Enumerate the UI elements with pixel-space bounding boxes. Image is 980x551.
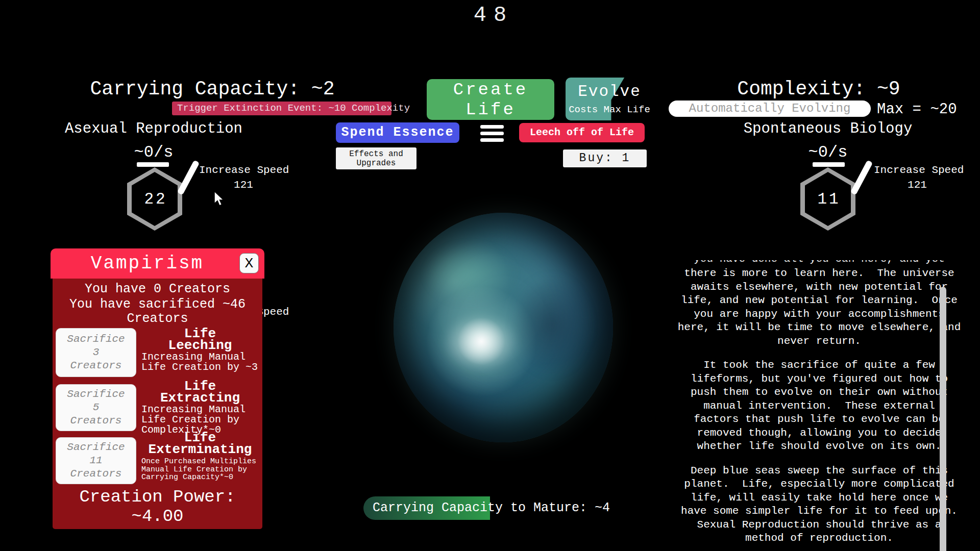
spontaneous-progress-bar bbox=[813, 162, 845, 167]
maturity-progress-bar: Carrying Capacity to Mature: ~4 bbox=[363, 496, 623, 520]
asexual-progress-bar bbox=[137, 162, 169, 167]
close-icon[interactable]: X bbox=[239, 253, 259, 273]
spend-essence-button[interactable]: Spend Essence bbox=[336, 122, 459, 143]
hamburger-bar bbox=[480, 138, 504, 142]
hamburger-bar bbox=[480, 132, 504, 135]
evolve-button[interactable]: Evolve Costs Max Life bbox=[566, 78, 653, 120]
planet-lore-text: you have done all you can here, and yet … bbox=[675, 260, 964, 551]
spontaneous-hex-value: 11 bbox=[800, 167, 855, 231]
carrying-capacity-label: Carrying Capacity: ~2 bbox=[90, 78, 335, 100]
increase-speed-right[interactable]: Increase Speed bbox=[874, 164, 964, 176]
sacrifice-3-button[interactable]: Sacrifice 3 Creators bbox=[56, 328, 136, 377]
planet-dark-swirl bbox=[511, 274, 593, 376]
complexity-label: Complexity: ~9 bbox=[737, 78, 900, 100]
sacrifice-5-button[interactable]: Sacrifice 5 Creators bbox=[56, 384, 136, 431]
life-exterminating-name: Life Exterminating bbox=[141, 432, 259, 456]
spontaneous-biology-title: Spontaneous Biology bbox=[744, 120, 913, 137]
effects-upgrades-button[interactable]: Effects and Upgrades bbox=[336, 147, 416, 169]
life-leeching-name: Life Leeching bbox=[141, 328, 259, 352]
creators-count-label: You have 0 Creators bbox=[51, 282, 264, 296]
increase-speed-right-cost: 121 bbox=[908, 179, 927, 191]
vampirism-title: Vampirism bbox=[51, 248, 244, 279]
complexity-max-label: Max = ~20 bbox=[877, 101, 957, 118]
evolve-label: Evolve bbox=[566, 83, 653, 101]
auto-evolving-toggle[interactable]: Automatically Evolving bbox=[669, 101, 871, 117]
evolve-cost-label: Costs Max Life bbox=[566, 104, 653, 115]
lore-paragraph: Deep blue seas sweep the surface of this… bbox=[675, 464, 964, 545]
essence-counter: 48 bbox=[0, 3, 980, 28]
mouse-cursor-icon bbox=[213, 191, 225, 210]
leech-off-life-button[interactable]: Leech off of Life bbox=[519, 123, 645, 142]
life-exterminating-desc: Once Purchased Multiplies Manual Life Cr… bbox=[141, 458, 260, 482]
life-extracting-name: Life Extracting bbox=[141, 381, 259, 404]
buy-amount-button[interactable]: Buy: 1 bbox=[563, 149, 647, 167]
spontaneous-rate: ~0/s bbox=[808, 143, 848, 162]
asexual-hex-value: 22 bbox=[127, 167, 182, 231]
lore-paragraph: there is more to learn here. The univers… bbox=[675, 267, 964, 348]
planet-cloud-patch bbox=[424, 243, 516, 305]
create-life-button[interactable]: Create Life bbox=[427, 79, 554, 120]
planet-image bbox=[394, 213, 613, 442]
sacrifice-11-button[interactable]: Sacrifice 11 Creators bbox=[56, 437, 136, 484]
increase-speed-left[interactable]: Increase Speed bbox=[199, 164, 289, 176]
creation-power-label: Creation Power: ~4.00 bbox=[51, 487, 264, 526]
asexual-hex-counter[interactable]: 22 bbox=[127, 167, 182, 231]
increase-speed-left-cost: 121 bbox=[234, 179, 253, 191]
clipped-text-line: you have done all you can here, and yet bbox=[675, 260, 964, 267]
game-screen: 48 Carrying Capacity: ~2 Trigger Extinct… bbox=[0, 0, 980, 551]
life-leeching-desc: Increasing Manual Life Creation by ~3 bbox=[141, 352, 260, 372]
hamburger-bar bbox=[480, 125, 504, 129]
spontaneous-hex-counter[interactable]: 11 bbox=[800, 167, 855, 231]
trigger-extinction-button[interactable]: Trigger Extinction Event: ~10 Complexity bbox=[172, 102, 391, 115]
asexual-reproduction-title: Asexual Reproduction bbox=[65, 120, 242, 137]
vampirism-panel: Vampirism X You have 0 Creators You have… bbox=[51, 248, 264, 529]
asexual-rate: ~0/s bbox=[134, 143, 174, 162]
creators-sacrificed-label: You have sacrificed ~46 Creators bbox=[51, 297, 264, 326]
lore-paragraph: It took the sacrifice of quite a few lif… bbox=[675, 359, 964, 454]
planet-glow-spot bbox=[442, 315, 519, 371]
scrollbar-thumb[interactable] bbox=[940, 287, 946, 551]
maturity-progress-label: Carrying Capacity to Mature: ~4 bbox=[373, 496, 610, 520]
